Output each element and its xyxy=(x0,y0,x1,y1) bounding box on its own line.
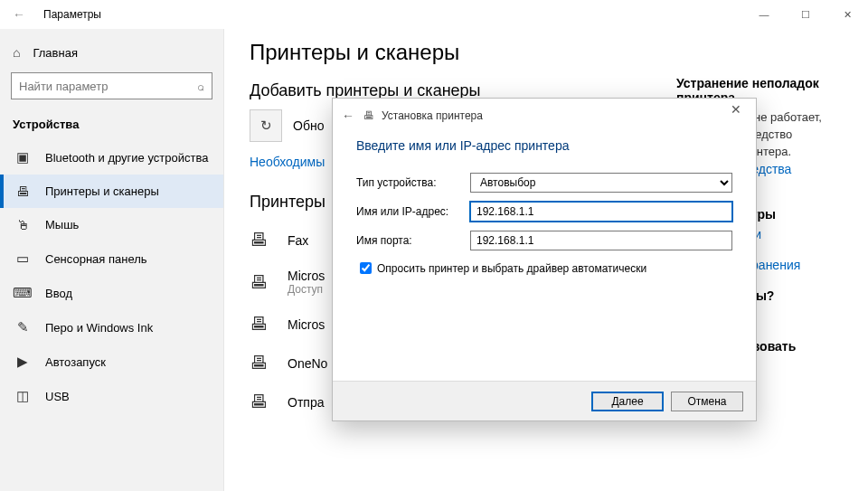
nav-label: Автозапуск xyxy=(45,355,106,369)
dialog-heading: Введите имя или IP-адрес принтера xyxy=(356,138,732,153)
autodetect-checkbox[interactable] xyxy=(360,262,372,274)
nav-pen[interactable]: ✎ Перо и Windows Ink xyxy=(0,310,223,345)
search-icon: ⌕ xyxy=(197,80,204,93)
page-title: Принтеры и сканеры xyxy=(250,40,843,65)
window-controls: — ☐ ✕ xyxy=(743,0,868,29)
printer-name: Fax xyxy=(288,233,308,248)
usb-icon: ◫ xyxy=(13,388,33,404)
host-input[interactable] xyxy=(470,202,732,222)
close-button[interactable]: ✕ xyxy=(826,0,868,29)
nav-label: Сенсорная панель xyxy=(45,252,147,266)
printer-device-icon: 🖶 xyxy=(250,230,277,250)
bluetooth-icon: ▣ xyxy=(13,149,33,165)
printer-device-icon: 🖶 xyxy=(250,353,277,373)
printer-name: Отпра xyxy=(288,395,324,410)
nav-label: Мышь xyxy=(45,218,79,231)
minimize-button[interactable]: — xyxy=(743,0,785,29)
host-label: Имя или IP-адрес: xyxy=(356,205,470,218)
refresh-text: Обно xyxy=(293,118,324,133)
printer-name: Micros xyxy=(288,269,325,283)
nav-typing[interactable]: ⌨ Ввод xyxy=(0,276,223,310)
window-title: Параметры xyxy=(43,8,101,21)
printer-sub: Доступ xyxy=(288,283,325,296)
dialog-titlebar: ← 🖶 Установка принтера xyxy=(333,99,756,133)
titlebar: ← Параметры xyxy=(0,0,868,29)
mouse-icon: 🖱 xyxy=(13,217,33,232)
printer-name: Micros xyxy=(288,317,325,332)
dialog-title: Установка принтера xyxy=(382,109,483,122)
home-icon: ⌂ xyxy=(13,45,20,60)
nav-label: Перо и Windows Ink xyxy=(45,321,153,335)
search-input[interactable]: Найти параметр ⌕ xyxy=(11,72,212,99)
nav-label: USB xyxy=(45,390,70,403)
add-printer-dialog: ✕ ← 🖶 Установка принтера Введите имя или… xyxy=(332,98,757,421)
touchpad-icon: ▭ xyxy=(13,250,33,267)
home-label: Главная xyxy=(33,46,77,60)
device-type-select[interactable]: Автовыбор xyxy=(470,173,732,193)
dialog-close-button[interactable]: ✕ xyxy=(716,97,756,122)
refresh-button[interactable]: ↻ xyxy=(250,109,282,142)
home-nav[interactable]: ⌂ Главная xyxy=(0,38,223,67)
printer-device-icon: 🖶 xyxy=(250,314,277,335)
port-label: Имя порта: xyxy=(356,234,470,247)
maximize-button[interactable]: ☐ xyxy=(785,0,826,29)
nav-label: Ввод xyxy=(45,287,72,300)
nav-label: Принтеры и сканеры xyxy=(45,184,159,198)
sidebar: ⌂ Главная Найти параметр ⌕ Устройства ▣ … xyxy=(0,29,224,491)
nav-bluetooth[interactable]: ▣ Bluetooth и другие устройства xyxy=(0,140,223,175)
autoplay-icon: ▶ xyxy=(13,354,33,370)
port-input[interactable] xyxy=(470,231,732,250)
back-arrow-icon[interactable]: ← xyxy=(13,7,25,22)
printer-icon: 🖶 xyxy=(13,184,33,199)
nav-touchpad[interactable]: ▭ Сенсорная панель xyxy=(0,241,223,276)
nav-autoplay[interactable]: ▶ Автозапуск xyxy=(0,345,223,379)
autodetect-label: Опросить принтер и выбрать драйвер автом… xyxy=(377,262,646,275)
printer-wizard-icon: 🖶 xyxy=(363,109,374,122)
section-head: Устройства xyxy=(0,112,223,140)
cancel-button[interactable]: Отмена xyxy=(671,392,743,411)
keyboard-icon: ⌨ xyxy=(13,285,33,301)
device-type-label: Тип устройства: xyxy=(356,176,470,189)
nav-mouse[interactable]: 🖱 Мышь xyxy=(0,208,223,241)
dialog-back-icon[interactable]: ← xyxy=(342,109,354,123)
printer-device-icon: 🖶 xyxy=(250,392,277,412)
next-button[interactable]: Далее xyxy=(591,392,664,411)
nav-printers[interactable]: 🖶 Принтеры и сканеры xyxy=(0,175,223,208)
search-placeholder: Найти параметр xyxy=(19,80,197,93)
printer-name: OneNo xyxy=(288,356,327,371)
nav-usb[interactable]: ◫ USB xyxy=(0,379,223,413)
nav-label: Bluetooth и другие устройства xyxy=(45,151,208,165)
dialog-footer: Далее Отмена xyxy=(333,381,756,420)
pen-icon: ✎ xyxy=(13,319,33,335)
printer-device-icon: 🖶 xyxy=(250,272,277,293)
